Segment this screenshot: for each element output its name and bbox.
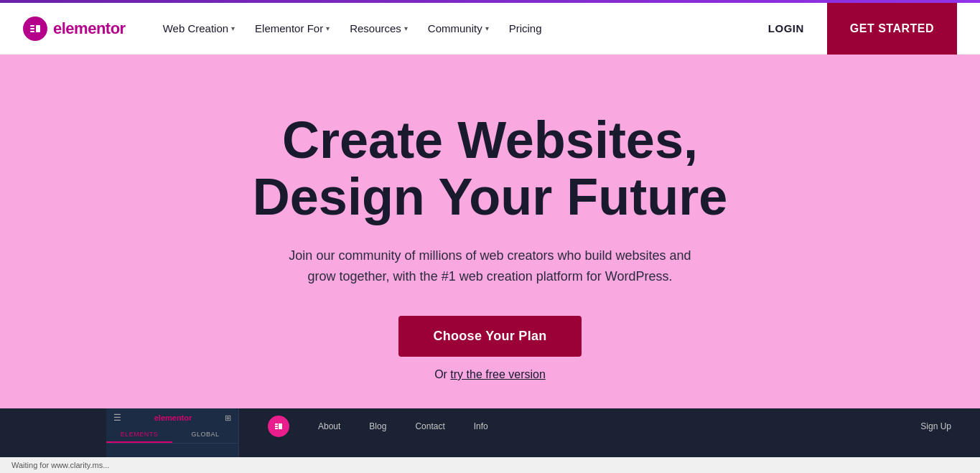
- chevron-down-icon: ▾: [231, 24, 235, 32]
- status-text: Waiting for www.clarity.ms...: [11, 461, 109, 469]
- get-started-button[interactable]: GET STARTED: [827, 3, 957, 55]
- nav-right: LOGIN GET STARTED: [757, 3, 957, 55]
- editor-tab-global[interactable]: GLOBAL: [172, 427, 238, 443]
- preview-nav-info: Info: [474, 421, 488, 431]
- preview-nav-blog: Blog: [369, 421, 386, 431]
- nav-item-web-creation[interactable]: Web Creation ▾: [154, 17, 243, 40]
- editor-panel-header: ☰ elementor ⊞: [106, 408, 238, 427]
- preview-site-nav: About Blog Contact Info Sign Up: [239, 408, 980, 444]
- choose-plan-button[interactable]: Choose Your Plan: [398, 316, 581, 357]
- preview-logo-icon: [268, 416, 289, 437]
- hamburger-icon: ☰: [113, 413, 121, 423]
- nav-item-resources[interactable]: Resources ▾: [341, 17, 416, 40]
- navbar: elementor Web Creation ▾ Elementor For ▾…: [0, 3, 980, 55]
- chevron-down-icon: ▾: [326, 24, 330, 32]
- preview-nav-about: About: [318, 421, 340, 431]
- grid-icon: ⊞: [225, 413, 231, 423]
- logo-text: elementor: [53, 19, 126, 38]
- nav-links: Web Creation ▾ Elementor For ▾ Resources…: [154, 17, 757, 40]
- hero-section: Create Websites, Design Your Future Join…: [0, 55, 980, 473]
- free-version-link[interactable]: try the free version: [450, 368, 546, 380]
- svg-rect-0: [30, 25, 34, 27]
- svg-rect-3: [36, 25, 40, 32]
- preview-signup: Sign Up: [920, 421, 951, 431]
- chevron-down-icon: ▾: [404, 24, 408, 32]
- nav-item-pricing[interactable]: Pricing: [500, 17, 551, 40]
- free-version-text: Or try the free version: [434, 368, 546, 381]
- cta-section: Choose Your Plan Or try the free version: [398, 316, 581, 381]
- login-button[interactable]: LOGIN: [757, 17, 816, 40]
- top-bar: [0, 0, 980, 3]
- nav-item-elementor-for[interactable]: Elementor For ▾: [246, 17, 338, 40]
- nav-item-community[interactable]: Community ▾: [419, 17, 498, 40]
- svg-rect-2: [30, 31, 34, 32]
- hero-title: Create Websites, Design Your Future: [253, 112, 727, 225]
- preview-nav-contact: Contact: [415, 421, 444, 431]
- hero-subtitle: Join our community of millions of web cr…: [275, 245, 706, 287]
- chevron-down-icon: ▾: [485, 24, 489, 32]
- logo-icon: [23, 17, 47, 41]
- logo[interactable]: elementor: [23, 17, 126, 41]
- status-bar: Waiting for www.clarity.ms...: [0, 457, 980, 473]
- editor-tab-elements[interactable]: ELEMENTS: [106, 427, 172, 443]
- svg-rect-1: [30, 28, 34, 29]
- editor-tabs: ELEMENTS GLOBAL: [106, 427, 238, 444]
- editor-logo: elementor: [154, 413, 192, 422]
